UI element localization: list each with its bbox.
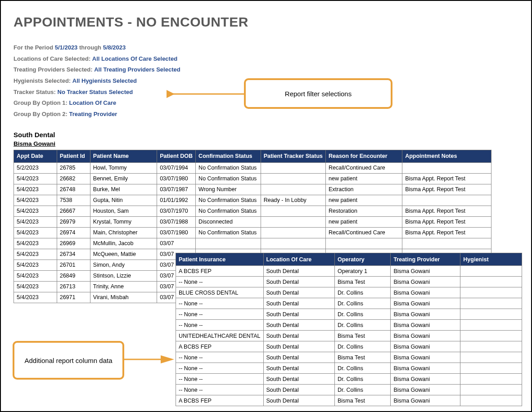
table-cell: Dr. Collins [334, 374, 390, 385]
table-cell: No Confirmation Status [196, 227, 261, 238]
table-cell: Recall/Continued Care [325, 227, 402, 238]
table-cell [460, 320, 522, 331]
table-cell: Simon, Andy [90, 260, 157, 270]
table-cell [460, 395, 522, 406]
column-header: Location Of Care [263, 253, 334, 266]
table-cell: McMullin, Jacob [90, 238, 157, 249]
table-cell: Extraction [325, 184, 402, 195]
table-cell: 5/2/2023 [14, 162, 57, 173]
callout-text: Report filter selections [285, 90, 352, 98]
table-cell: South Dental [263, 309, 334, 320]
table-cell: 5/4/2023 [14, 227, 57, 238]
table-cell: Ready - In Lobby [261, 195, 325, 206]
filter-group2-value: Treating Provider [69, 111, 117, 117]
filter-locations-label: Locations of Care Selected: [14, 55, 92, 62]
table-cell: No Confirmation Status [196, 206, 261, 216]
table-cell [402, 162, 491, 173]
table-cell: 26734 [57, 249, 90, 260]
table-cell: UNITEDHEALTHCARE DENTAL [176, 331, 264, 341]
table-cell: South Dental [263, 298, 334, 309]
filter-locations-value: All Locations Of Care Selected [92, 55, 177, 62]
callout-filter-selections: Report filter selections [244, 78, 392, 109]
table-cell: -- None -- [176, 320, 264, 331]
table-cell: Bisma Gowani [391, 298, 460, 309]
column-header: Treating Provider [391, 253, 460, 266]
filter-period-start: 5/1/2023 [55, 44, 78, 51]
table-row: 5/4/202326667Houston, Sam03/07/1970No Co… [14, 206, 491, 216]
table-row: 5/2/202326785Howl, Tommy03/07/1994No Con… [14, 162, 491, 173]
table-cell: Restoration [325, 206, 402, 216]
column-header: Patient Name [90, 150, 157, 162]
table-cell: No Confirmation Status [196, 173, 261, 184]
table-cell: Dr. Collins [334, 363, 390, 374]
table-cell: Dr. Collins [334, 385, 390, 395]
table-cell: Bisma Gowani [391, 287, 460, 298]
arrow-icon [167, 89, 246, 102]
table-cell: 03/07/1987 [157, 184, 196, 195]
table-row: -- None --South DentalDr. CollinsBisma G… [176, 385, 522, 395]
table-cell: Dr. Collins [334, 320, 390, 331]
table-cell: new patient [325, 173, 402, 184]
filter-tracker-label: Tracker Status: [14, 89, 58, 95]
table-cell: 26682 [57, 173, 90, 184]
column-header: Appointment Notes [402, 150, 491, 162]
table-row: A BCBS FEPSouth DentalOperatory 1Bisma G… [176, 266, 522, 277]
report-title: APPOINTMENTS - NO ENCOUNTER [14, 14, 494, 30]
table-cell: A BCBS FEP [176, 341, 264, 352]
additional-columns-table: Patient InsuranceLocation Of CareOperato… [176, 253, 522, 406]
table-header-row: Appt DatePatient IdPatient NamePatient D… [14, 150, 491, 162]
table-cell [261, 173, 325, 184]
table-row: -- None --South DentalBisma TestBisma Go… [176, 352, 522, 363]
table-cell: 5/4/2023 [14, 292, 57, 303]
table-cell: 5/4/2023 [14, 249, 57, 260]
table-row: UNITEDHEALTHCARE DENTALSouth DentalBisma… [176, 331, 522, 341]
table-row: -- None --South DentalDr. CollinsBisma G… [176, 363, 522, 374]
table-cell: 26701 [57, 260, 90, 270]
table-cell [402, 238, 491, 249]
table-cell: Bisma Appt. Report Test [402, 216, 491, 227]
table-cell: No Confirmation Status [196, 195, 261, 206]
table-cell: -- None -- [176, 309, 264, 320]
table-cell: -- None -- [176, 385, 264, 395]
filter-group2: Group By Option 2: Treating Provider [14, 109, 494, 120]
column-header: Appt Date [14, 150, 57, 162]
table-cell: -- None -- [176, 374, 264, 385]
table-cell [261, 206, 325, 216]
table-cell [460, 385, 522, 395]
table-cell: South Dental [263, 277, 334, 287]
table-cell: Bisma Gowani [391, 352, 460, 363]
table-cell: Krystal, Tommy [90, 216, 157, 227]
table-row: -- None --South DentalDr. CollinsBisma G… [176, 320, 522, 331]
filter-treating-label: Treating Providers Selected: [14, 66, 94, 73]
table-cell: 26667 [57, 206, 90, 216]
table-cell: 01/01/1992 [157, 195, 196, 206]
filter-period-end: 5/8/2023 [103, 44, 126, 51]
table-cell: 03/07/1980 [157, 173, 196, 184]
table-cell: 5/4/2023 [14, 184, 57, 195]
table-cell: Bisma Test [334, 352, 390, 363]
filter-period: For the Period 5/1/2023 through 5/8/2023 [14, 42, 494, 54]
table-cell [460, 277, 522, 287]
callout-text: Additional report column data [24, 357, 112, 364]
filter-period-label: For the Period [14, 44, 53, 51]
filter-treating-value: All Treating Providers Selected [94, 66, 180, 73]
table-row: -- None --South DentalBisma TestBisma Go… [176, 277, 522, 287]
table-cell: McQueen, Mattie [90, 249, 157, 260]
table-cell: Bisma Gowani [391, 385, 460, 395]
table-cell: new patient [325, 216, 402, 227]
table-cell [261, 227, 325, 238]
table-cell: 03/07/1988 [157, 216, 196, 227]
table-cell: Operatory 1 [334, 266, 390, 277]
table-cell: 26713 [57, 281, 90, 292]
table-cell: 03/07/1980 [157, 227, 196, 238]
table-header-row: Patient InsuranceLocation Of CareOperato… [176, 253, 522, 266]
table-cell [460, 374, 522, 385]
table-cell: 26849 [57, 270, 90, 281]
table-cell: Bisma Gowani [391, 309, 460, 320]
table-cell [261, 184, 325, 195]
table-cell: Dr. Collins [334, 309, 390, 320]
table-cell: Gupta, Nitin [90, 195, 157, 206]
table-cell: BLUE CROSS DENTAL [176, 287, 264, 298]
table-cell [261, 216, 325, 227]
table-cell: Bennet, Emily [90, 173, 157, 184]
